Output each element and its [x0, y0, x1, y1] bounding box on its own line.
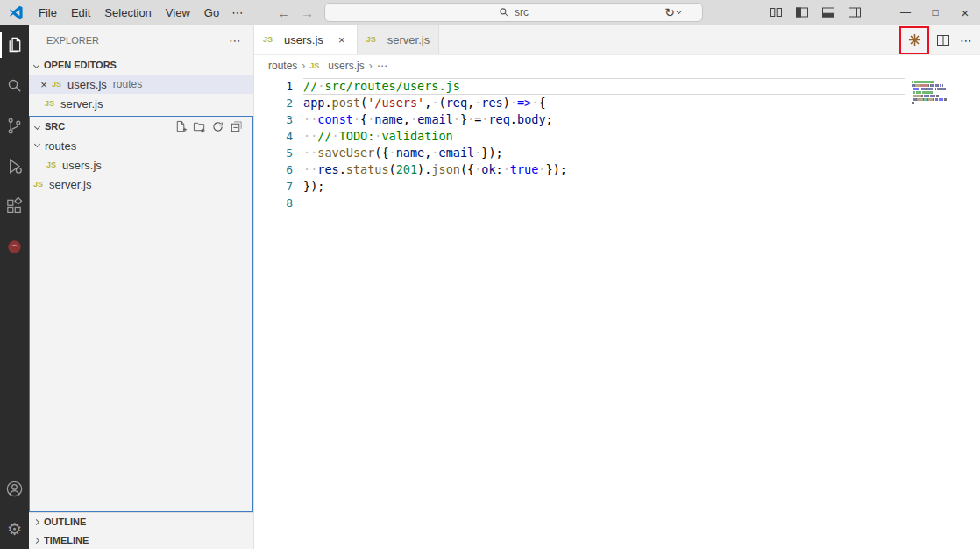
breadcrumb-item[interactable]: JSusers.js: [309, 60, 364, 72]
code-editor[interactable]: 12345678 //·src/routes/users.jsapp.post(…: [254, 76, 980, 549]
token: req: [488, 112, 509, 126]
token: json: [431, 162, 460, 176]
line-number[interactable]: 2: [254, 95, 293, 111]
tree-item-routes[interactable]: routes: [30, 136, 252, 155]
token: (: [439, 96, 446, 110]
line-number[interactable]: 8: [254, 195, 293, 211]
tab-bar: JSusers.js×JSserver.js ⋯: [254, 25, 980, 55]
activity-extensions-icon[interactable]: [0, 186, 29, 226]
token: body: [517, 112, 546, 126]
token: ({: [374, 146, 388, 160]
token: ,: [403, 112, 410, 126]
code-line-1[interactable]: //·src/routes/users.js: [303, 78, 905, 95]
command-center-search[interactable]: src: [324, 3, 703, 22]
maximize-button[interactable]: □: [920, 0, 950, 25]
copilot-sparkle-icon[interactable]: [905, 31, 923, 50]
layout-controls: [763, 0, 868, 25]
minimap-line: [912, 102, 966, 104]
tree-item-server-js[interactable]: JSserver.js: [30, 175, 252, 194]
activity-settings-icon[interactable]: ⚙: [0, 509, 29, 549]
main-area: ⚙ EXPLORER ⋯ OPEN EDITORS ×JSusers.jsrou…: [0, 25, 980, 549]
timeline-label: TIMELINE: [44, 535, 89, 545]
file-tree: routesJSusers.jsJSserver.js: [30, 136, 252, 194]
sidebar-more-actions-icon[interactable]: ⋯: [229, 33, 241, 47]
activity-source-control-icon[interactable]: [0, 105, 29, 146]
code-line-8[interactable]: [303, 195, 905, 211]
toggle-secondary-sidebar-icon[interactable]: [842, 0, 868, 25]
editor-actions: ⋯: [899, 25, 975, 55]
src-section: SRC routesJSusers.jsJSserver.js: [29, 116, 253, 512]
code-line-4[interactable]: ··//·TODO:·validation: [303, 128, 905, 145]
minimap-segment: [936, 95, 939, 97]
close-button[interactable]: ×: [950, 0, 980, 25]
breadcrumb-item[interactable]: ⋯: [377, 60, 387, 72]
new-folder-icon[interactable]: [191, 118, 207, 134]
code-line-7[interactable]: });: [303, 178, 905, 195]
tab-server-js[interactable]: JSserver.js: [358, 25, 439, 54]
chevron-down-icon: [34, 123, 40, 129]
toggle-panel-icon[interactable]: [815, 0, 842, 25]
code-line-3[interactable]: ··const·{·name,·email·}·=·req.body;: [303, 111, 905, 128]
token: req: [446, 96, 467, 110]
token: ({: [460, 162, 474, 176]
token: ·: [453, 112, 460, 126]
token: name: [374, 112, 403, 126]
minimize-button[interactable]: —: [891, 0, 920, 25]
close-icon[interactable]: ×: [36, 78, 52, 91]
collapse-all-icon[interactable]: [228, 118, 244, 134]
activity-run-debug-icon[interactable]: [0, 146, 29, 186]
js-file-icon: JS: [52, 80, 67, 89]
open-editor-item[interactable]: JSserver.js: [29, 94, 253, 113]
token: name: [396, 146, 425, 160]
sync-icon[interactable]: ↻: [658, 0, 687, 25]
chevron-down-icon: [676, 8, 682, 14]
open-editors-header[interactable]: OPEN EDITORS: [29, 55, 253, 75]
activity-accounts-icon[interactable]: [0, 468, 29, 509]
activity-explorer-icon[interactable]: [0, 25, 29, 65]
split-editor-icon[interactable]: [934, 31, 952, 50]
js-file-icon: JS: [33, 180, 49, 189]
refresh-icon[interactable]: [209, 118, 225, 134]
token: status: [346, 162, 389, 176]
toggle-primary-sidebar-icon[interactable]: [789, 0, 815, 25]
token: ·: [431, 96, 438, 110]
close-icon[interactable]: ×: [336, 33, 348, 46]
chevron-right-icon: [33, 518, 39, 524]
token: true: [510, 162, 539, 176]
token: ·: [510, 96, 517, 110]
minimap[interactable]: [912, 81, 966, 109]
back-arrow-icon[interactable]: ←: [277, 5, 290, 20]
code-line-5[interactable]: ··saveUser({·name,·email·});: [303, 145, 905, 161]
code-line-6[interactable]: ··res.status(201).json({·ok:·true·});: [303, 161, 905, 178]
forward-arrow-icon[interactable]: →: [301, 5, 314, 20]
line-number[interactable]: 3: [254, 111, 293, 128]
minimap-segment: [922, 91, 933, 94]
activity-search-icon[interactable]: [0, 65, 29, 105]
editor-grid-layout-icon[interactable]: [763, 0, 789, 25]
line-number[interactable]: 4: [254, 128, 293, 145]
token: {: [360, 112, 367, 126]
folder-name: routes: [45, 139, 76, 153]
sidebar-title-row: EXPLORER ⋯: [29, 25, 253, 55]
breadcrumb-item[interactable]: routes: [268, 60, 297, 72]
editor-more-actions-icon[interactable]: ⋯: [957, 31, 975, 50]
token: });: [481, 146, 502, 160]
line-number[interactable]: 5: [254, 145, 293, 161]
line-number[interactable]: 7: [254, 178, 293, 195]
tree-item-users-js[interactable]: JSusers.js: [30, 155, 252, 175]
outline-header[interactable]: OUTLINE: [29, 512, 253, 531]
line-number[interactable]: 6: [254, 161, 293, 178]
token: ok: [481, 162, 495, 176]
open-editor-item[interactable]: ×JSusers.jsroutes: [29, 75, 253, 94]
new-file-icon[interactable]: [173, 118, 188, 134]
code-line-2[interactable]: app.post('/users',·(req,·res)·=>·{: [303, 95, 905, 111]
timeline-header[interactable]: TIMELINE: [29, 531, 253, 549]
token: '/users': [367, 96, 424, 110]
line-number[interactable]: 1: [254, 78, 293, 95]
token: .: [339, 162, 346, 176]
activity-red-extension-icon[interactable]: [0, 226, 29, 267]
token: ): [503, 96, 510, 110]
activity-bar: ⚙: [0, 25, 29, 549]
tab-users-js[interactable]: JSusers.js×: [254, 25, 358, 54]
src-folder-header[interactable]: SRC: [30, 117, 252, 136]
